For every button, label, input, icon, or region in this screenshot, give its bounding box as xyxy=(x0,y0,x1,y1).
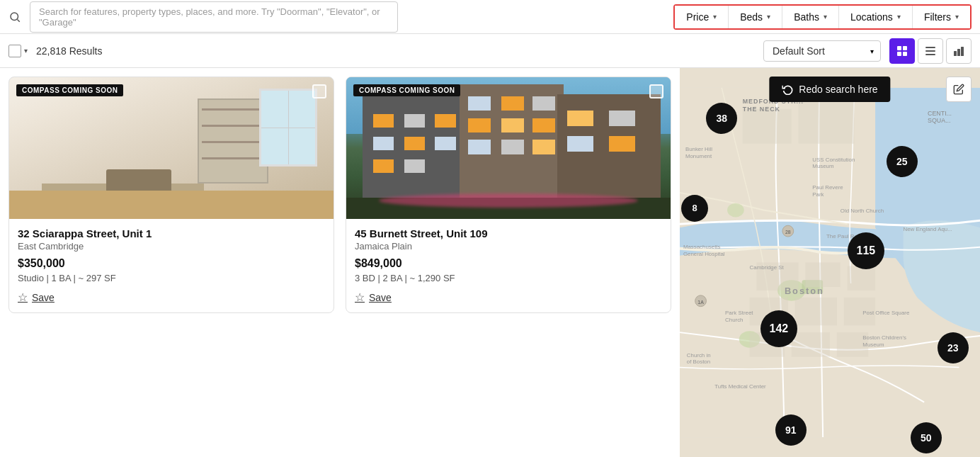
svg-rect-27 xyxy=(743,109,792,144)
listing-details: Studio | 1 BA | ~ 297 SF xyxy=(18,273,325,283)
price-filter-button[interactable]: Price ▾ xyxy=(675,6,729,28)
svg-text:THE NECK: THE NECK xyxy=(743,106,780,113)
svg-rect-19 xyxy=(805,263,840,288)
svg-text:Park: Park xyxy=(812,191,824,198)
listing-image: COMPASS COMING SOON xyxy=(9,77,334,219)
svg-rect-22 xyxy=(795,298,837,325)
listing-neighborhood: Jamaica Plain xyxy=(355,241,662,252)
svg-rect-20 xyxy=(848,266,875,290)
svg-text:General Hospital: General Hospital xyxy=(683,251,725,257)
map-cluster[interactable]: 23 xyxy=(938,332,969,363)
search-input[interactable]: Search for features, property types, pla… xyxy=(30,1,398,33)
listing-address: 32 Sciarappa Street, Unit 1 xyxy=(18,227,325,239)
svg-text:Museum: Museum xyxy=(862,342,884,348)
listing-details: 3 BD | 2 BA | ~ 1,290 SF xyxy=(355,273,662,283)
grid-view-button[interactable] xyxy=(889,38,915,64)
svg-rect-5 xyxy=(903,52,907,56)
locations-filter-button[interactable]: Locations ▾ xyxy=(839,6,913,28)
listing-info: 45 Burnett Street, Unit 109 Jamaica Plai… xyxy=(346,219,671,312)
baths-chevron-icon: ▾ xyxy=(824,13,827,21)
svg-text:of Boston: of Boston xyxy=(687,359,710,365)
svg-line-1 xyxy=(17,19,19,21)
svg-text:Church: Church xyxy=(725,317,743,323)
redo-search-button[interactable]: Redo search here xyxy=(769,77,890,102)
filters-button[interactable]: Filters ▾ xyxy=(913,6,970,28)
listing-select-checkbox[interactable] xyxy=(312,84,326,98)
map-cluster[interactable]: 91 xyxy=(775,414,807,446)
map-cluster[interactable]: 50 xyxy=(911,422,942,453)
select-all-checkbox[interactable] xyxy=(8,45,21,57)
main-content: COMPASS COMING SOON 32 Sciarappa Street,… xyxy=(0,68,980,457)
svg-rect-11 xyxy=(961,47,964,56)
listing-price: $350,000 xyxy=(18,257,325,270)
map-cluster[interactable]: 25 xyxy=(887,146,918,177)
svg-text:New England Aqu...: New England Aqu... xyxy=(904,226,952,232)
edit-map-button[interactable] xyxy=(946,77,972,102)
header: Search for features, property types, pla… xyxy=(0,0,980,34)
search-icon xyxy=(8,11,21,23)
svg-point-0 xyxy=(11,13,18,21)
svg-text:Church in: Church in xyxy=(687,352,711,359)
svg-rect-6 xyxy=(925,47,935,48)
map-cluster[interactable]: 38 xyxy=(706,103,737,134)
view-toggle xyxy=(889,38,972,64)
save-star-icon: ☆ xyxy=(355,290,365,304)
listing-card[interactable]: COMPASS COMING SOON 45 Burnett Street, U… xyxy=(346,77,671,313)
save-button[interactable]: ☆ Save xyxy=(18,290,325,304)
listing-price: $849,000 xyxy=(355,257,662,270)
results-count: 22,818 Results xyxy=(36,45,102,57)
svg-text:Cambridge St: Cambridge St xyxy=(750,264,785,271)
sort-select-wrap: Default Sort Price (Low to High) Price (… xyxy=(763,40,881,62)
svg-rect-7 xyxy=(925,50,935,52)
map-cluster[interactable]: 8 xyxy=(681,195,708,222)
svg-text:Massachusetts: Massachusetts xyxy=(683,244,721,250)
listing-select-checkbox[interactable] xyxy=(649,84,663,98)
svg-point-16 xyxy=(727,203,744,218)
listing-address: 45 Burnett Street, Unit 109 xyxy=(355,227,662,239)
sort-select[interactable]: Default Sort Price (Low to High) Price (… xyxy=(763,40,881,62)
svg-rect-3 xyxy=(903,46,907,50)
baths-filter-button[interactable]: Baths ▾ xyxy=(782,6,839,28)
map-cluster[interactable]: 115 xyxy=(848,232,884,269)
coming-soon-badge: COMPASS COMING SOON xyxy=(16,84,123,96)
svg-text:Museum: Museum xyxy=(812,163,834,169)
svg-text:Boston Children's: Boston Children's xyxy=(862,334,906,341)
listing-card[interactable]: COMPASS COMING SOON 32 Sciarappa Street,… xyxy=(8,77,334,313)
svg-text:Tufts Medical Center: Tufts Medical Center xyxy=(714,383,766,390)
svg-text:Paul Revere: Paul Revere xyxy=(812,184,843,191)
select-all-checkbox-wrap: ▾ xyxy=(8,45,28,57)
beds-filter-button[interactable]: Beds ▾ xyxy=(729,6,782,28)
svg-text:28: 28 xyxy=(785,230,791,235)
svg-rect-28 xyxy=(799,102,855,144)
svg-text:SQUA...: SQUA... xyxy=(928,117,951,124)
save-star-icon: ☆ xyxy=(18,290,28,304)
svg-text:Park Street: Park Street xyxy=(725,310,753,316)
save-button[interactable]: ☆ Save xyxy=(355,290,662,304)
filter-nav: Price ▾ Beds ▾ Baths ▾ Locations ▾ Filte… xyxy=(673,4,972,30)
list-view-button[interactable] xyxy=(918,38,943,64)
svg-text:Old North Church: Old North Church xyxy=(841,208,884,214)
svg-text:USS Constitution: USS Constitution xyxy=(812,157,855,163)
filters-chevron-icon: ▾ xyxy=(955,13,959,21)
coming-soon-badge: COMPASS COMING SOON xyxy=(353,84,460,96)
listing-image: COMPASS COMING SOON xyxy=(346,77,671,219)
listing-info: 32 Sciarappa Street, Unit 1 East Cambrid… xyxy=(9,219,334,312)
price-chevron-icon: ▾ xyxy=(713,13,717,21)
map-panel: MEDFORD STR... THE NECK Bunker Hill Monu… xyxy=(680,68,980,457)
locations-chevron-icon: ▾ xyxy=(897,13,901,21)
svg-text:CENTI...: CENTI... xyxy=(928,110,952,117)
svg-text:Post Office Square: Post Office Square xyxy=(862,310,910,316)
svg-rect-2 xyxy=(897,46,901,50)
beds-chevron-icon: ▾ xyxy=(767,13,770,21)
svg-text:1A: 1A xyxy=(697,300,704,305)
map-cluster[interactable]: 142 xyxy=(760,310,797,347)
svg-rect-25 xyxy=(792,332,830,357)
svg-text:Boston: Boston xyxy=(785,286,824,296)
svg-rect-9 xyxy=(954,51,957,56)
toolbar: ▾ 22,818 Results Default Sort Price (Low… xyxy=(0,34,980,68)
select-all-chevron-icon[interactable]: ▾ xyxy=(24,47,28,55)
listing-neighborhood: East Cambridge xyxy=(18,241,325,252)
svg-text:Bunker Hill: Bunker Hill xyxy=(685,146,712,152)
listings-panel: COMPASS COMING SOON 32 Sciarappa Street,… xyxy=(0,68,680,457)
chart-view-button[interactable] xyxy=(946,38,972,64)
